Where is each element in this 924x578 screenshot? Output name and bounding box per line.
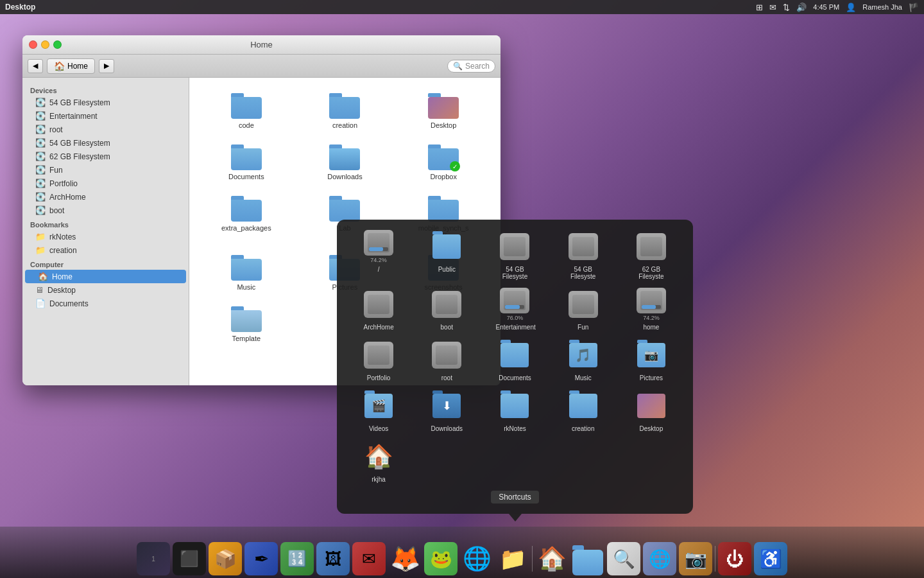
shortcut-54gb-2[interactable]: 54 GB Filesyste bbox=[552, 230, 615, 280]
sidebar-item-54gb-1[interactable]: 💽54 GB Filesystem bbox=[22, 96, 189, 109]
sidebar-item-root[interactable]: 💽root bbox=[22, 123, 189, 136]
dock-item-photos[interactable]: 📷 bbox=[679, 542, 712, 575]
shortcut-entertainment[interactable]: 76.0% Entertainment bbox=[483, 288, 546, 331]
menubar-app-label: Desktop bbox=[5, 3, 35, 12]
menubar-user: Ramesh Jha bbox=[862, 3, 902, 11]
sidebar-item-desktop[interactable]: 🖥Desktop bbox=[22, 283, 189, 297]
dock-separator-1 bbox=[532, 546, 533, 572]
dock-item-firefox[interactable]: 🦊 bbox=[388, 542, 422, 575]
sidebar-item-rknotes[interactable]: 📁rkNotes bbox=[22, 230, 189, 243]
file-item-documents[interactable]: Documents bbox=[200, 139, 293, 186]
window-toolbar: ◀ 🏠 Home ▶ 🔍 Search bbox=[22, 55, 501, 78]
shortcut-fun[interactable]: Fun bbox=[552, 288, 615, 331]
shortcut-creation[interactable]: creation bbox=[552, 389, 615, 432]
shortcut-videos[interactable]: 🎬 Videos bbox=[347, 389, 410, 432]
minimize-button[interactable] bbox=[41, 40, 49, 49]
dock-item-folder-shortcut[interactable] bbox=[571, 542, 604, 575]
hdd-icon: 💽 bbox=[35, 111, 46, 121]
dock-item-kwrite[interactable]: ✒ bbox=[244, 542, 278, 575]
folder-icon: 📁 bbox=[35, 232, 46, 241]
search-icon: 🔍 bbox=[453, 62, 463, 71]
nautilus-icon: 📁 bbox=[499, 546, 526, 572]
calculator-icon: 🔢 bbox=[287, 550, 307, 568]
window-controls[interactable] bbox=[29, 40, 62, 49]
shortcut-portfolio[interactable]: Portfolio bbox=[347, 338, 410, 381]
menubar-right: ⊞ ✉ ⇅ 🔊 4:45 PM 👤 Ramesh Jha 🏴 bbox=[756, 3, 919, 12]
dock-item-terminal[interactable]: ⬛ bbox=[173, 542, 206, 575]
file-item-code[interactable]: code bbox=[200, 88, 293, 134]
shortcut-boot[interactable]: boot bbox=[415, 288, 478, 331]
sidebar-item-home[interactable]: 🏠Home bbox=[25, 270, 186, 283]
magnifier-icon: 🔍 bbox=[613, 548, 635, 570]
dock-item-magnifier[interactable]: 🔍 bbox=[607, 542, 640, 575]
nav-back-button[interactable]: ◀ bbox=[28, 59, 43, 73]
image-icon: 🖼 bbox=[325, 549, 341, 569]
firefox-icon: 🦊 bbox=[390, 545, 420, 573]
sidebar-item-entertainment[interactable]: 💽Entertainment bbox=[22, 109, 189, 123]
file-item-creation[interactable]: creation bbox=[298, 88, 392, 134]
file-item-downloads[interactable]: Downloads bbox=[298, 139, 392, 186]
shortcut-music[interactable]: 🎵 Music bbox=[552, 338, 615, 381]
shortcut-archhome[interactable]: ArchHome bbox=[347, 288, 410, 331]
sidebar-item-62gb[interactable]: 💽62 GB Filesystem bbox=[22, 150, 189, 163]
network-icon: 🌐 bbox=[649, 548, 671, 570]
breadcrumb-home[interactable]: 🏠 Home bbox=[47, 58, 95, 74]
maximize-button[interactable] bbox=[53, 40, 62, 49]
sidebar-item-documents[interactable]: 📄Documents bbox=[22, 297, 189, 310]
dock-item-nautilus[interactable]: 📁 bbox=[496, 542, 529, 575]
photos-icon: 📷 bbox=[685, 548, 707, 570]
search-placeholder: Search bbox=[465, 62, 490, 71]
search-box[interactable]: 🔍 Search bbox=[447, 60, 495, 73]
home-shortcut-icon: 🏠 bbox=[538, 545, 567, 572]
shortcut-rknotes[interactable]: rkNotes bbox=[483, 389, 546, 432]
shortcuts-label-bar: Shortcuts bbox=[347, 491, 683, 504]
shortcut-public[interactable]: Public bbox=[415, 230, 478, 280]
menubar-icon-user: 👤 bbox=[846, 3, 856, 12]
hdd-icon: 💽 bbox=[35, 192, 46, 202]
nav-forward-button[interactable]: ▶ bbox=[99, 59, 114, 73]
dock-item-workspace[interactable]: 1 bbox=[137, 542, 170, 575]
shortcut-root-fs[interactable]: 74.2% / bbox=[347, 230, 410, 280]
dock-item-chrome[interactable]: 🌐 bbox=[460, 542, 493, 575]
menubar-icon-transfer: ⇅ bbox=[783, 3, 790, 12]
sidebar-item-archhome[interactable]: 💽ArchHome bbox=[22, 190, 189, 204]
shortcut-documents[interactable]: Documents bbox=[483, 338, 546, 381]
dock-item-home-shortcut[interactable]: 🏠 bbox=[535, 542, 569, 575]
menubar-icon-mail: ✉ bbox=[769, 3, 776, 12]
shortcut-rkjha[interactable]: 🏠 rkjha bbox=[347, 440, 410, 483]
power-icon: ⏻ bbox=[726, 548, 744, 570]
shortcut-62gb[interactable]: 62 GB Filesyste bbox=[620, 230, 683, 280]
file-item-template[interactable]: Template bbox=[200, 301, 293, 347]
dock-item-package-manager[interactable]: 📦 bbox=[209, 542, 242, 575]
shortcut-54gb-1[interactable]: 54 GB Filesyste bbox=[483, 230, 546, 280]
shortcut-desktop[interactable]: Desktop bbox=[620, 389, 683, 432]
sidebar-devices-title: Devices bbox=[22, 83, 189, 96]
home-icon: 🏠 bbox=[54, 61, 65, 71]
dock-item-image-viewer[interactable]: 🖼 bbox=[316, 542, 350, 575]
dock-item-network[interactable]: 🌐 bbox=[643, 542, 676, 575]
documents-icon: 📄 bbox=[35, 299, 46, 308]
file-item-music[interactable]: Music bbox=[200, 250, 293, 296]
dock-item-game[interactable]: 🐸 bbox=[424, 542, 458, 575]
sidebar-computer-title: Computer bbox=[22, 257, 189, 270]
file-item-dropbox[interactable]: ✓ Dropbox bbox=[397, 139, 490, 186]
dock-item-accessibility[interactable]: ♿ bbox=[754, 542, 787, 575]
dock-item-power[interactable]: ⏻ bbox=[718, 542, 751, 575]
shortcut-home-fs[interactable]: 74.2% home bbox=[620, 288, 683, 331]
sidebar-item-creation[interactable]: 📁creation bbox=[22, 243, 189, 257]
close-button[interactable] bbox=[29, 40, 37, 49]
shortcut-downloads[interactable]: ⬇ Downloads bbox=[415, 389, 478, 432]
file-item-desktop[interactable]: Desktop bbox=[397, 88, 490, 134]
shortcut-root-folder[interactable]: root bbox=[415, 338, 478, 381]
sidebar-item-54gb-2[interactable]: 💽54 GB Filesystem bbox=[22, 136, 189, 150]
menubar-icon-box: ⊞ bbox=[756, 3, 763, 12]
dock-item-mail[interactable]: ✉ bbox=[352, 542, 386, 575]
accessibility-icon: ♿ bbox=[760, 548, 782, 570]
hdd-icon: 💽 bbox=[35, 179, 46, 188]
file-item-extra-packages[interactable]: extra_packages bbox=[200, 191, 293, 245]
shortcut-pictures[interactable]: 📷 Pictures bbox=[620, 338, 683, 381]
sidebar-item-boot[interactable]: 💽boot bbox=[22, 204, 189, 217]
dock-item-calculator[interactable]: 🔢 bbox=[280, 542, 314, 575]
sidebar-item-portfolio[interactable]: 💽Portfolio bbox=[22, 177, 189, 190]
sidebar-item-fun[interactable]: 💽Fun bbox=[22, 163, 189, 177]
